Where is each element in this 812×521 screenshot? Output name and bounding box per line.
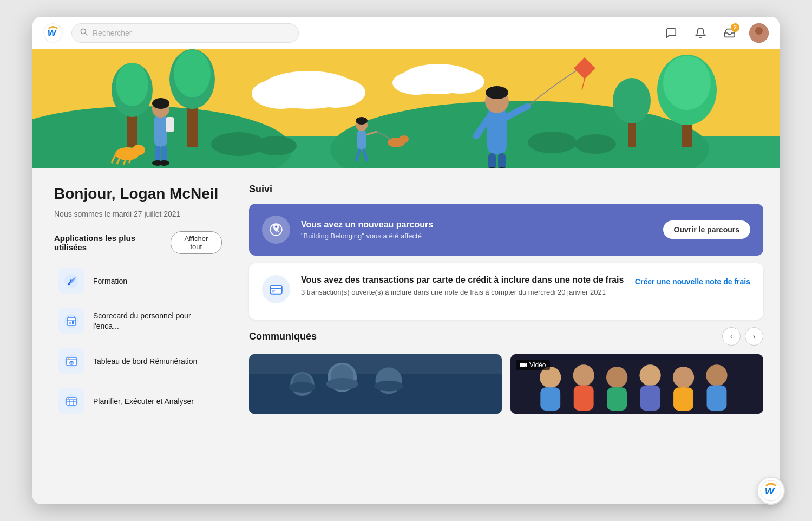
svg-point-52 <box>399 135 409 143</box>
svg-point-33 <box>132 145 145 155</box>
svg-point-48 <box>356 117 368 125</box>
video-badge-label: Vidéo <box>529 361 546 369</box>
svg-rect-113 <box>640 385 660 411</box>
app-label-remuneration: Tableau de bord Rémunération <box>93 356 197 366</box>
chat-icon-button[interactable] <box>662 23 681 43</box>
communiques-section-title: Communiqués <box>249 331 722 342</box>
afficher-tout-button[interactable]: Afficher tout <box>171 231 222 254</box>
svg-rect-117 <box>707 385 727 411</box>
svg-point-12 <box>252 79 311 109</box>
search-bar[interactable]: Rechercher <box>71 23 299 43</box>
svg-point-16 <box>436 70 484 94</box>
svg-line-3 <box>85 33 87 35</box>
svg-rect-38 <box>154 114 167 147</box>
communiques-grid: Vidéo <box>249 354 763 414</box>
user-avatar[interactable] <box>749 23 769 43</box>
svg-rect-118 <box>520 363 525 367</box>
svg-point-90 <box>275 225 277 227</box>
svg-rect-109 <box>574 385 594 411</box>
svg-rect-41 <box>166 117 174 132</box>
svg-point-40 <box>152 98 169 109</box>
svg-rect-46 <box>357 129 366 150</box>
svg-rect-71 <box>69 322 71 324</box>
search-icon <box>80 28 88 38</box>
communiques-prev-button[interactable]: ‹ <box>722 327 741 346</box>
float-assistant-button[interactable]: w <box>757 477 785 505</box>
svg-point-27 <box>613 78 651 123</box>
planifier-icon <box>58 388 84 414</box>
svg-point-31 <box>575 134 616 154</box>
svg-rect-62 <box>488 153 496 168</box>
scorecard-icon <box>58 308 84 334</box>
svg-point-88 <box>68 398 69 399</box>
svg-rect-91 <box>270 286 282 294</box>
transactions-card-subtitle: 3 transaction(s) ouverte(s) à inclure da… <box>301 287 624 298</box>
svg-point-13 <box>306 77 365 108</box>
suivi-transactions-card: Vous avez des transactions par carte de … <box>249 263 763 320</box>
app-item-formation[interactable]: Formation <box>54 263 222 299</box>
svg-rect-42 <box>155 146 160 162</box>
parcours-card-content: Vous avez un nouveau parcours "Building … <box>301 220 652 240</box>
ouvrir-parcours-button[interactable]: Ouvrir le parcours <box>663 220 750 239</box>
greeting-title: Bonjour, Logan McNeil <box>54 185 222 203</box>
svg-point-30 <box>528 132 577 153</box>
svg-rect-107 <box>540 387 560 411</box>
svg-point-45 <box>159 160 169 166</box>
greeting-date: Nous sommes le mardi 27 juillet 2021 <box>54 210 222 218</box>
suivi-section-title: Suivi <box>249 184 763 195</box>
svg-rect-43 <box>161 146 167 162</box>
svg-rect-55 <box>487 108 507 154</box>
creer-note-frais-link[interactable]: Créer une nouvelle note de frais <box>635 277 750 286</box>
svg-rect-115 <box>673 387 693 411</box>
communiques-header: Communiqués ‹ › <box>249 327 763 346</box>
svg-point-29 <box>256 136 297 155</box>
suivi-parcours-card: Vous avez un nouveau parcours "Building … <box>249 204 763 256</box>
svg-point-57 <box>486 86 508 99</box>
left-panel: Bonjour, Logan McNeil Nous sommes le mar… <box>32 168 238 504</box>
svg-point-25 <box>663 56 711 110</box>
svg-rect-72 <box>72 321 74 324</box>
remuneration-icon <box>58 348 84 374</box>
inbox-badge: 2 <box>731 23 739 32</box>
svg-marker-119 <box>525 363 527 367</box>
svg-point-110 <box>606 367 627 388</box>
app-item-remuneration[interactable]: Tableau de bord Rémunération <box>54 343 222 380</box>
app-label-formation: Formation <box>93 276 127 286</box>
svg-rect-69 <box>67 318 76 325</box>
transactions-card-title: Vous avez des transactions par carte de … <box>301 275 624 285</box>
hero-banner <box>32 49 780 168</box>
svg-point-104 <box>374 381 403 392</box>
workday-logo[interactable]: w <box>43 23 63 43</box>
main-content: Bonjour, Logan McNeil Nous sommes le mar… <box>32 168 780 504</box>
svg-point-102 <box>289 382 316 393</box>
svg-point-5 <box>755 27 763 35</box>
svg-point-116 <box>706 364 727 386</box>
apps-header: Applications les plus utilisées Afficher… <box>54 231 222 254</box>
parcours-card-subtitle: "Building Belonging" vous a été affecté <box>301 232 652 240</box>
communique-card-2[interactable]: Vidéo <box>510 354 763 414</box>
transactions-card-icon <box>262 275 290 303</box>
app-label-scorecard: Scorecard du personnel pour l'enca... <box>93 311 218 330</box>
svg-rect-111 <box>607 387 627 411</box>
parcours-card-title: Vous avez un nouveau parcours <box>301 220 652 230</box>
svg-point-108 <box>573 364 594 386</box>
communique-card-1[interactable] <box>249 354 502 414</box>
video-badge: Vidéo <box>516 360 550 370</box>
notification-icon-button[interactable] <box>691 23 710 43</box>
svg-rect-63 <box>498 153 506 168</box>
formation-icon <box>58 268 84 294</box>
communiques-next-button[interactable]: › <box>745 327 763 346</box>
svg-point-22 <box>174 50 211 97</box>
transactions-card-content: Vous avez des transactions par carte de … <box>301 275 624 298</box>
app-item-scorecard[interactable]: Scorecard du personnel pour l'enca... <box>54 303 222 340</box>
apps-section-title: Applications les plus utilisées <box>54 233 164 252</box>
svg-rect-96 <box>249 374 502 414</box>
inbox-icon-button[interactable]: 2 <box>720 23 739 43</box>
app-item-planifier[interactable]: Planifier, Exécuter et Analyser <box>54 383 222 420</box>
nav-icon-group: 2 <box>662 23 769 43</box>
search-placeholder-text: Rechercher <box>93 29 132 37</box>
app-label-planifier: Planifier, Exécuter et Analyser <box>93 396 194 406</box>
svg-point-81 <box>68 358 70 360</box>
right-panel: Suivi Vous avez un nouveau parcours "Bui… <box>238 168 780 504</box>
app-frame: w Rechercher <box>32 17 780 504</box>
